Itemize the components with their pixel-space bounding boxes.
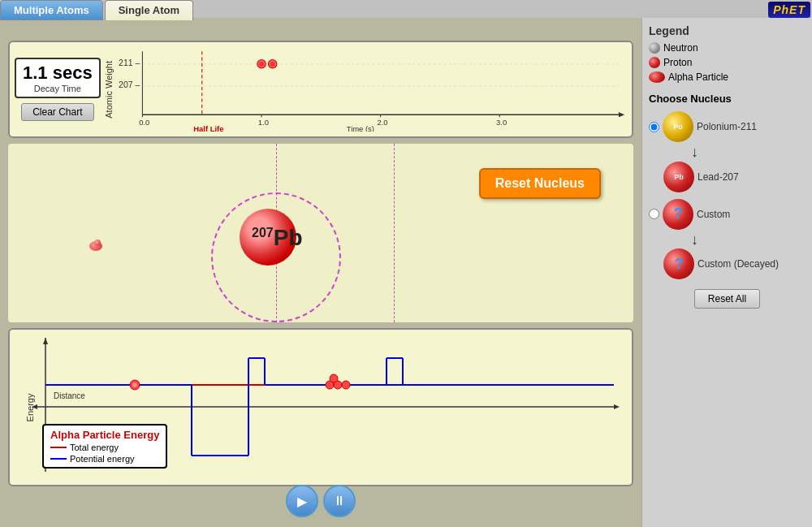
polonium-name: Polonium-211 (697, 121, 757, 132)
svg-marker-25 (614, 404, 620, 409)
arrow-po-pb: ↓ (691, 144, 806, 162)
svg-point-40 (132, 382, 137, 387)
svg-text:Distance: Distance (54, 391, 85, 400)
tab-bar: Multiple Atoms Single Atom (0, 0, 193, 20)
clear-chart-button[interactable]: Clear Chart (21, 103, 94, 121)
nucleus-custom-row: ? Custom (649, 199, 806, 230)
svg-point-43 (342, 381, 350, 389)
custom-decayed-sphere: ? (663, 248, 694, 279)
atomic-weight-label: Atomic Weight (104, 61, 114, 119)
svg-text:3.0: 3.0 (496, 118, 507, 127)
neutron-sphere (649, 42, 660, 54)
svg-marker-26 (32, 404, 37, 409)
play-button[interactable]: ▶ (286, 485, 318, 517)
decay-time-label: Decay Time (23, 84, 93, 93)
lead-sphere: Pb (663, 162, 694, 192)
alpha-energy-box: Alpha Particle Energy Total energy Poten… (42, 424, 167, 469)
svg-text:1.0: 1.0 (257, 118, 268, 127)
legend-proton: Proton (649, 57, 806, 68)
choose-nucleus-section: Choose Nucleus Po Polonium-211 ↓ Pb Lead… (649, 93, 806, 279)
svg-text:211 –: 211 – (119, 58, 140, 67)
svg-text:2.0: 2.0 (377, 118, 387, 127)
dashed-vline-right (394, 144, 395, 322)
polonium-sphere: Po (663, 111, 693, 142)
nucleus-lead-row: Pb Lead-207 (649, 162, 806, 192)
svg-point-44 (330, 374, 338, 382)
svg-marker-24 (43, 338, 48, 344)
chart-panel: 1.1 secs Decay Time Clear Chart Atomic W… (8, 41, 633, 138)
pause-button[interactable]: ⏸ (323, 485, 356, 517)
sim-area: Reset Nucleus 207Pb (8, 144, 633, 322)
total-energy-color (50, 447, 67, 448)
arrow-custom-decayed: ↓ (691, 231, 806, 249)
main-area: 1.1 secs Decay Time Clear Chart Atomic W… (0, 18, 641, 527)
custom-name: Custom (697, 209, 730, 220)
polonium-radio[interactable] (649, 122, 659, 132)
legend-potential-line: Potential energy (50, 454, 159, 464)
potential-energy-color (50, 458, 67, 460)
nucleus-polonium-row: Po Polonium-211 (649, 111, 806, 142)
svg-text:0.0: 0.0 (139, 118, 149, 127)
legend-section: Legend Neutron Proton Alpha Particle (649, 24, 806, 83)
right-panel: Legend Neutron Proton Alpha Particle Cho… (641, 18, 812, 527)
proton-sphere (649, 57, 660, 68)
lead-name: Lead-207 (698, 171, 739, 183)
tab-single-atom[interactable]: Single Atom (105, 0, 193, 20)
legend-title: Legend (649, 24, 806, 37)
energy-panel: Energy Distance (8, 328, 633, 486)
custom-sphere: ? (663, 199, 693, 230)
svg-text:Time (s): Time (s) (346, 124, 374, 132)
svg-text:207 –: 207 – (119, 80, 140, 89)
reset-nucleus-button[interactable]: Reset Nucleus (479, 168, 601, 199)
alpha-sub-particle (94, 240, 101, 246)
legend-total-line: Total energy (50, 443, 159, 452)
nucleus-label: 207Pb (252, 225, 302, 251)
custom-decayed-name: Custom (Decayed) (698, 258, 779, 270)
svg-point-21 (270, 62, 274, 67)
svg-point-19 (259, 62, 264, 67)
svg-marker-2 (619, 112, 624, 117)
custom-radio[interactable] (649, 209, 659, 219)
legend-alpha: Alpha Particle (649, 71, 806, 83)
tab-multiple-atoms[interactable]: Multiple Atoms (0, 0, 103, 20)
play-controls: ▶ ⏸ (286, 485, 356, 517)
decay-time-value: 1.1 secs (23, 63, 93, 84)
alpha-energy-title: Alpha Particle Energy (50, 429, 159, 441)
legend-neutron: Neutron (649, 42, 806, 54)
decay-time-box: 1.1 secs Decay Time (15, 58, 101, 98)
chart-svg: 211 – 207 – 0.0 1.0 2.0 3.0 Time (s) Hal… (117, 47, 627, 132)
choose-nucleus-title: Choose Nucleus (649, 93, 806, 105)
phet-logo: PhET (768, 2, 810, 18)
alpha-sphere (649, 71, 665, 83)
reset-all-button[interactable]: Reset All (694, 289, 760, 309)
chart-area: 211 – 207 – 0.0 1.0 2.0 3.0 Time (s) Hal… (117, 47, 627, 132)
nucleus-custom-decayed-row: ? Custom (Decayed) (649, 248, 806, 279)
svg-text:Half Life: Half Life (193, 124, 223, 132)
